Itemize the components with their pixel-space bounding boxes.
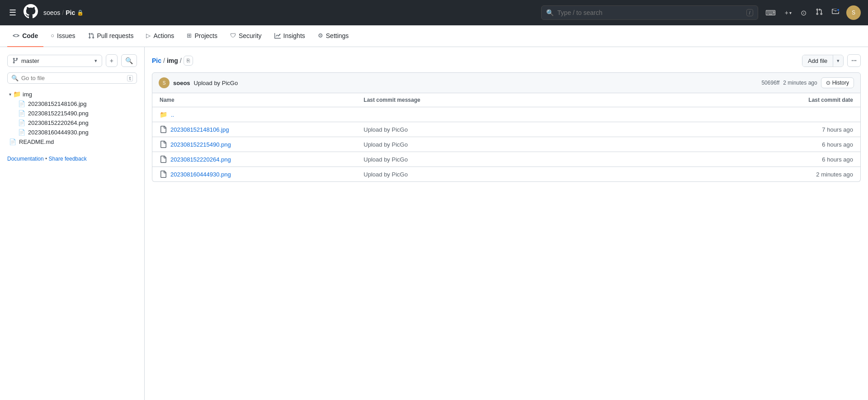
avatar[interactable]: S	[846, 5, 861, 20]
nav-issues[interactable]: ○ Issues	[45, 25, 80, 47]
timer-button[interactable]: ⊙	[799, 7, 808, 19]
tree-file-png2[interactable]: 📄 202308152220264.png	[16, 118, 137, 128]
table-row[interactable]: 202308152148106.jpg Upload by PicGo 7 ho…	[152, 122, 860, 137]
breadcrumb-repo-link[interactable]: Pic	[152, 57, 161, 64]
repo-link[interactable]: Pic	[66, 9, 75, 16]
file-tree-name: 202308152220264.png	[28, 119, 89, 126]
tree-file-png1[interactable]: 📄 202308152215490.png	[16, 109, 137, 118]
nav-settings[interactable]: ⚙ Settings	[312, 25, 354, 47]
col-message: Last commit message	[363, 97, 772, 103]
copy-path-button[interactable]: ⎘	[184, 56, 193, 66]
github-logo-icon	[24, 4, 38, 19]
goto-file-wrap: 🔍 t	[7, 72, 137, 84]
breadcrumb-folder: img	[167, 57, 178, 64]
commit-avatar[interactable]: S	[159, 77, 170, 88]
nav-actions[interactable]: ▷ Actions	[141, 25, 179, 47]
plus-icon: +	[785, 9, 788, 16]
tree-img-folder[interactable]: ▾ 📁 img	[7, 89, 137, 99]
commit-avatar-text: S	[163, 81, 166, 86]
settings-icon: ⚙	[318, 32, 323, 39]
docs-link[interactable]: Documentation	[7, 156, 44, 162]
tree-file-readme[interactable]: 📄 README.md	[7, 137, 137, 147]
date-cell: 6 hours ago	[772, 156, 853, 163]
nav-security[interactable]: 🛡 Security	[225, 25, 267, 47]
table-row[interactable]: 202308152220264.png Upload by PicGo 6 ho…	[152, 152, 860, 167]
history-label: History	[832, 80, 849, 86]
timer-icon: ⊙	[801, 9, 807, 17]
inbox-button[interactable]	[830, 6, 841, 19]
search-input[interactable]	[557, 9, 743, 16]
file-link[interactable]: 202308152148106.jpg	[170, 126, 229, 133]
commit-hash-link[interactable]: 50696ff	[761, 80, 779, 86]
tree-file-jpg[interactable]: 📄 202308152148106.jpg	[16, 99, 137, 109]
history-icon: ⊙	[826, 80, 830, 86]
path-sep: /	[62, 9, 64, 16]
hamburger-button[interactable]: ☰	[7, 6, 18, 19]
file-name-cell: 202308160444930.png	[160, 171, 363, 178]
pr-button[interactable]	[814, 6, 825, 19]
more-options-button[interactable]: ···	[847, 54, 861, 67]
folder-collapse-icon: ▾	[9, 92, 11, 97]
pr-nav-icon	[88, 33, 94, 39]
add-file-chevron-button[interactable]: ▾	[833, 56, 843, 66]
goto-file-input[interactable]	[21, 75, 124, 81]
tree-file-png3[interactable]: 📄 202308160444930.png	[16, 128, 137, 137]
code-icon: <>	[13, 32, 19, 39]
create-button[interactable]: + ▾	[783, 7, 793, 18]
file-type-icon: 📄	[18, 100, 25, 107]
search-bar[interactable]: 🔍 /	[541, 5, 758, 20]
content-area: Pic / img / ⎘ Add file ▾ ··· S	[145, 47, 868, 400]
sidebar-footer: Documentation • Share feedback	[7, 156, 137, 162]
plus-folder-icon: +	[110, 57, 113, 64]
projects-icon: ⊞	[187, 32, 192, 39]
commit-left: S soeos Upload by PicGo	[159, 77, 238, 88]
date-cell: 7 hours ago	[772, 126, 853, 133]
file-tree-name: 202308152215490.png	[28, 110, 89, 117]
table-row[interactable]: 202308160444930.png Upload by PicGo 2 mi…	[152, 167, 860, 181]
commit-time: 2 minutes ago	[783, 80, 817, 86]
file-link[interactable]: 202308160444930.png	[170, 171, 231, 178]
github-logo[interactable]	[24, 4, 38, 21]
new-folder-button[interactable]: +	[106, 54, 118, 67]
file-name-cell: 202308152220264.png	[160, 156, 363, 163]
commit-author-link[interactable]: soeos	[173, 80, 190, 86]
user-link[interactable]: soeos	[43, 9, 60, 16]
nav-pull-requests[interactable]: Pull requests	[83, 25, 139, 47]
actions-icon: ▷	[146, 32, 151, 39]
pr-icon	[816, 8, 823, 15]
folder-name: img	[23, 91, 32, 98]
table-row[interactable]: 202308152215490.png Upload by PicGo 6 ho…	[152, 137, 860, 152]
history-button[interactable]: ⊙ History	[821, 77, 854, 88]
footer-separator: •	[45, 156, 49, 162]
branch-icon	[12, 57, 19, 64]
nav-projects[interactable]: ⊞ Projects	[181, 25, 223, 47]
file-icon	[160, 126, 167, 133]
breadcrumb-sep2: /	[180, 57, 182, 64]
terminal-button[interactable]: ⌨	[764, 7, 778, 19]
file-link[interactable]: 202308152220264.png	[170, 156, 231, 163]
add-file-button[interactable]: Add file	[802, 55, 833, 67]
pr-label: Pull requests	[97, 32, 134, 39]
search-tree-button[interactable]: 🔍	[121, 54, 137, 67]
chevron-icon: ▾	[789, 10, 792, 15]
branch-button[interactable]: master ▾	[7, 55, 102, 67]
nav-insights[interactable]: Insights	[269, 25, 311, 47]
nav-code[interactable]: <> Code	[7, 25, 43, 47]
inbox-icon	[832, 9, 839, 17]
code-label: Code	[22, 32, 38, 39]
file-link[interactable]: 202308152215490.png	[170, 141, 231, 148]
readme-type-icon: 📄	[9, 138, 16, 145]
feedback-link[interactable]: Share feedback	[49, 156, 87, 162]
commit-msg-cell: Upload by PicGo	[363, 141, 772, 148]
file-type-icon: 📄	[18, 129, 25, 136]
goto-shortcut: t	[127, 75, 133, 81]
settings-label: Settings	[326, 32, 349, 39]
table-row-parent[interactable]: 📁 ..	[152, 107, 860, 122]
search-icon: 🔍	[546, 9, 554, 16]
tree-children: 📄 202308152148106.jpg 📄 202308152215490.…	[7, 99, 137, 137]
avatar-text: S	[852, 10, 855, 16]
file-tree-name: 202308160444930.png	[28, 129, 89, 136]
commit-message: Upload by PicGo	[194, 80, 238, 86]
file-icon	[160, 156, 167, 163]
commit-msg-cell: Upload by PicGo	[363, 126, 772, 133]
